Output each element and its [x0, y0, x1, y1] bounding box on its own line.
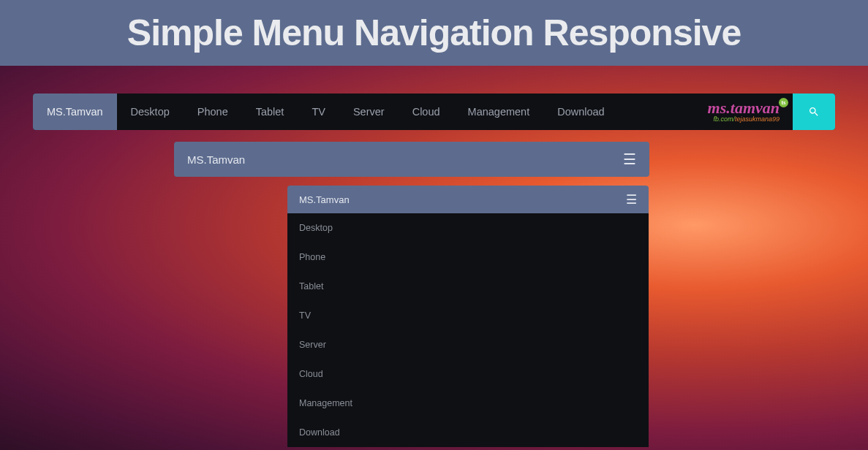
nav-item-phone[interactable]: Phone [184, 94, 242, 130]
drop-item-management[interactable]: Management [287, 389, 649, 418]
nav-item-desktop[interactable]: Desktop [117, 94, 184, 130]
navbar-mobile-header: MS.Tamvan ☰ [287, 186, 649, 213]
nav-item-tv[interactable]: TV [298, 94, 339, 130]
navbar-desktop: MS.Tamvan Desktop Phone Tablet TV Server… [33, 94, 835, 130]
navbar-tablet-collapsed: MS.Tamvan ☰ [174, 142, 649, 177]
nav-brand[interactable]: MS.Tamvan [33, 94, 117, 130]
nav-item-management[interactable]: Management [454, 94, 544, 130]
hamburger-icon[interactable]: ☰ [626, 194, 637, 206]
drop-item-desktop[interactable]: Desktop [287, 213, 649, 243]
drop-item-tablet[interactable]: Tablet [287, 272, 649, 301]
hamburger-icon[interactable]: ☰ [623, 152, 636, 167]
drop-item-download[interactable]: Download [287, 418, 649, 447]
navbar-mobile-label: MS.Tamvan [299, 194, 350, 205]
header-banner: Simple Menu Navigation Responsive [0, 0, 868, 66]
brand-logo-main: ms.tamvan [708, 99, 780, 117]
nav-item-download[interactable]: Download [543, 94, 619, 130]
search-icon [808, 106, 820, 118]
brand-logo-text: ms.tamvan ts [708, 101, 780, 115]
nav-item-server[interactable]: Server [339, 94, 399, 130]
nav-item-cloud[interactable]: Cloud [399, 94, 454, 130]
drop-item-cloud[interactable]: Cloud [287, 359, 649, 389]
navbar-mobile: MS.Tamvan ☰ Desktop Phone Tablet TV Serv… [287, 186, 649, 447]
search-button[interactable] [793, 94, 835, 130]
drop-item-tv[interactable]: TV [287, 301, 649, 330]
navbar-tablet-label: MS.Tamvan [187, 153, 245, 166]
nav-item-tablet[interactable]: Tablet [242, 94, 298, 130]
content-area: MS.Tamvan Desktop Phone Tablet TV Server… [0, 66, 868, 447]
drop-item-server[interactable]: Server [287, 330, 649, 359]
brand-logo[interactable]: ms.tamvan ts fb.com/tejasukmana99 [701, 94, 793, 130]
drop-item-phone[interactable]: Phone [287, 243, 649, 272]
brand-logo-badge: ts [779, 98, 788, 107]
page-title: Simple Menu Navigation Responsive [127, 12, 741, 54]
navbar-mobile-list: Desktop Phone Tablet TV Server Cloud Man… [287, 213, 649, 447]
